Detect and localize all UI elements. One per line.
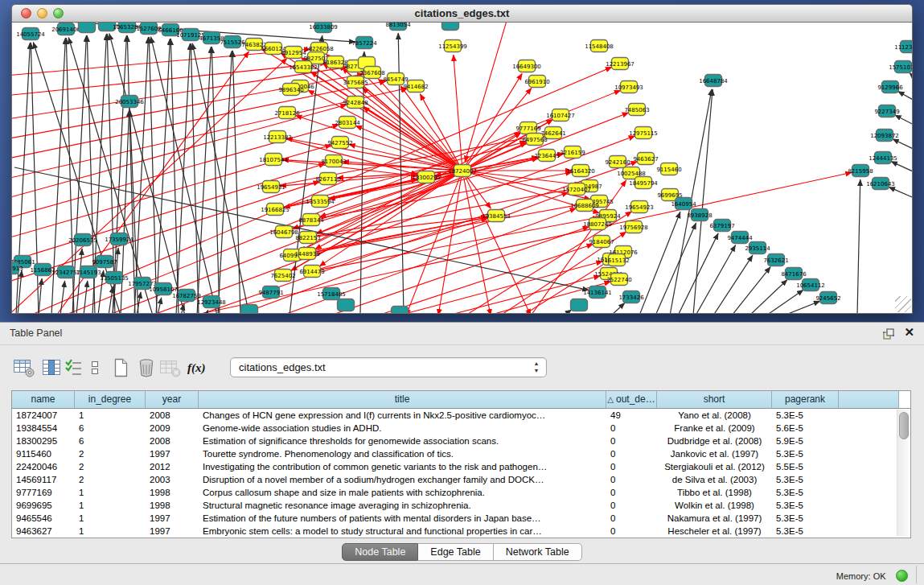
table-cell[interactable]: 1	[75, 409, 146, 422]
graph-node[interactable]: 20053346	[115, 96, 144, 108]
graph-node[interactable]: 16649300	[512, 60, 541, 72]
graph-node[interactable]: 16164320	[566, 165, 595, 177]
graph-node[interactable]: 7632621	[763, 254, 788, 266]
table-cell[interactable]: 5.3E-5	[772, 473, 839, 486]
table-scrollbar-thumb[interactable]	[899, 412, 909, 439]
graph-node[interactable]: 9474444	[727, 232, 753, 244]
column-header-short[interactable]: short	[657, 391, 772, 408]
table-cell[interactable]: 18724007	[12, 409, 75, 422]
graph-node[interactable]: 9242160	[605, 156, 630, 168]
graph-node[interactable]: 12975115	[629, 127, 658, 139]
graph-node[interactable]: 15751074	[889, 61, 913, 73]
table-cell[interactable]: Hescheler et al. (1997)	[657, 525, 772, 538]
graph-node[interactable]: 15718485	[317, 288, 346, 300]
graph-node[interactable]: 11254399	[438, 40, 467, 52]
table-cell[interactable]: Nakamura et al. (1997)	[657, 512, 772, 525]
column-header-title[interactable]: title	[199, 391, 606, 408]
minimize-window-button[interactable]	[37, 8, 47, 19]
window-resize-grip[interactable]	[895, 296, 911, 312]
graph-node[interactable]: 16033809	[309, 23, 338, 33]
graph-node[interactable]: 7857224	[351, 37, 377, 49]
tab-node-table[interactable]: Node Table	[342, 543, 418, 561]
tab-network-table[interactable]: Network Table	[494, 543, 582, 561]
table-cell[interactable]: 6	[75, 435, 146, 447]
table-cell[interactable]: 2009	[146, 422, 199, 435]
table-cell[interactable]: 1	[75, 486, 146, 499]
table-cell[interactable]: 2003	[146, 473, 199, 486]
table-cell[interactable]: 5.3E-5	[772, 486, 839, 499]
table-cell[interactable]: Tourette syndrome. Phenomenology and cla…	[199, 447, 606, 460]
table-cell[interactable]: Tibbo et al. (1998)	[657, 486, 772, 499]
table-cell[interactable]: 5.6E-5	[772, 422, 839, 435]
table-cell[interactable]: 1	[75, 525, 146, 538]
table-cell[interactable]: 5.9E-5	[772, 435, 839, 447]
graph-node[interactable]: 16648784	[699, 75, 728, 87]
table-cell[interactable]: Changes of HCN gene expression and I(f) …	[199, 409, 606, 422]
column-header-pagerank[interactable]: pagerank	[772, 391, 839, 408]
table-cell[interactable]: 0	[606, 460, 657, 473]
table-cell[interactable]: 1	[75, 512, 146, 525]
graph-node[interactable]: 12213383	[263, 131, 292, 143]
table-row[interactable]: 1830029562008Estimation of significance …	[12, 435, 897, 447]
table-cell[interactable]: 5.3E-5	[772, 525, 839, 538]
graph-node[interactable]: 1733426	[618, 291, 644, 303]
table-cell[interactable]: 22420046	[12, 460, 75, 473]
table-cell[interactable]: Investigating the contribution of common…	[199, 460, 606, 473]
table-cell[interactable]: 2	[75, 460, 146, 473]
table-cell[interactable]: 1997	[146, 447, 199, 460]
graph-node[interactable]: 13505135	[100, 272, 129, 284]
zoom-window-button[interactable]	[53, 8, 64, 19]
graph-node[interactable]	[442, 23, 459, 31]
column-header-name[interactable]: name	[12, 391, 75, 408]
table-cell[interactable]: Corpus callosum shape and size in male p…	[199, 486, 606, 499]
table-row[interactable]: 2242004622012Investigating the contribut…	[12, 460, 897, 473]
graph-node[interactable]: 19654931	[257, 181, 285, 193]
table-cell[interactable]: 9463627	[12, 525, 75, 538]
table-settings-button[interactable]	[11, 355, 37, 381]
graph-node[interactable]	[571, 299, 588, 311]
table-cell[interactable]: 2	[75, 447, 146, 460]
table-cell[interactable]: 5.5E-5	[772, 460, 839, 473]
float-panel-icon[interactable]	[882, 328, 895, 340]
row-height-button[interactable]	[87, 355, 103, 381]
table-cell[interactable]: 1997	[146, 512, 199, 525]
graph-node[interactable]	[79, 23, 96, 33]
table-cell[interactable]: 9465546	[12, 512, 75, 525]
table-cell[interactable]: 1	[75, 499, 146, 512]
table-cell[interactable]: 0	[606, 525, 657, 538]
table-cell[interactable]: 9777169	[12, 486, 75, 499]
graph-node[interactable]: 19384554	[482, 210, 511, 222]
graph-node[interactable]: 7485063	[624, 104, 649, 116]
table-row[interactable]: 977716911998Corpus callosum shape and si…	[12, 486, 897, 499]
table-cell[interactable]: 0	[606, 447, 657, 460]
table-cell[interactable]: 5.3E-5	[772, 512, 839, 525]
graph-node[interactable]: 11548408	[585, 40, 614, 52]
table-cell[interactable]: 0	[606, 499, 657, 512]
table-cell[interactable]: 2008	[146, 435, 199, 447]
graph-node[interactable]: 9115460	[656, 163, 681, 175]
graph-node[interactable]: 6961910	[524, 76, 549, 88]
graph-node[interactable]: 9245652	[815, 292, 840, 304]
table-row[interactable]: 946362711997Embryonic stem cells: a mode…	[12, 525, 897, 538]
tab-edge-table[interactable]: Edge Table	[418, 543, 493, 561]
table-cell[interactable]: 1997	[146, 525, 199, 538]
graph-node[interactable]: 2718126	[274, 107, 300, 119]
table-cell[interactable]: Yano et al. (2008)	[657, 409, 772, 422]
column-header-year[interactable]: year	[146, 391, 199, 408]
graph-node[interactable]: 8471676	[781, 268, 807, 280]
table-cell[interactable]: 0	[606, 486, 657, 499]
network-canvas[interactable]: 1405572420691406106532871527602646616010…	[11, 23, 913, 314]
table-cell[interactable]: Genome-wide association studies in ADHD.	[199, 422, 606, 435]
table-cell[interactable]: 9115460	[12, 447, 75, 460]
graph-node[interactable]: 6379197	[709, 220, 734, 232]
table-cell[interactable]: Structural magnetic resonance image aver…	[199, 499, 606, 512]
table-cell[interactable]: 0	[606, 512, 657, 525]
delete-trash-button[interactable]	[133, 355, 159, 381]
graph-node[interactable]: 13533594	[306, 196, 335, 208]
graph-node[interactable]: 6914479	[299, 266, 324, 278]
table-cell[interactable]: 18300295	[12, 435, 75, 447]
graph-node[interactable]: 1640954	[671, 198, 696, 210]
new-file-button[interactable]	[108, 355, 133, 381]
function-builder-button[interactable]: f(x)	[185, 355, 211, 381]
graph-node[interactable]: 19654923	[625, 201, 654, 213]
